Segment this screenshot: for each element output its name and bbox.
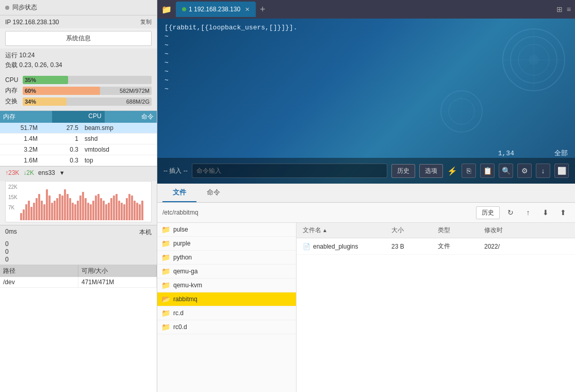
list-item[interactable]: 📁 rc0.d: [157, 320, 296, 334]
fm-path: /etc/rabbitmq: [162, 209, 472, 216]
tab-files[interactable]: 文件: [162, 184, 196, 202]
path-cell-size: 471M/471M: [78, 277, 157, 287]
fm-download-button[interactable]: ⬇: [539, 206, 552, 219]
fm-header-mtime[interactable]: 修改时: [482, 225, 571, 236]
tab-add-button[interactable]: +: [260, 4, 266, 15]
file-icon: 📄: [303, 243, 310, 250]
proc-col-mem[interactable]: 内存: [0, 111, 52, 123]
terminal-line: ~: [165, 85, 568, 93]
lightning-icon[interactable]: ⚡: [447, 166, 457, 176]
list-item[interactable]: 📁 qemu-kvm: [157, 279, 296, 292]
sync-status-dot: [5, 6, 9, 10]
terminal-statusbar: -- 插入 -- 历史 选项 ⚡ ⎘ 📋 🔍 ⚙ ↓ ⬜: [157, 158, 575, 184]
chart-bar: [72, 203, 74, 220]
fm-up-button[interactable]: ↑: [521, 206, 535, 219]
list-item[interactable]: 📂 rabbitmq: [157, 292, 296, 306]
download-icon-btn[interactable]: ↓: [536, 164, 550, 178]
fm-header-size[interactable]: 大小: [389, 225, 436, 236]
chart-bars: [6, 182, 151, 220]
search-icon-btn[interactable]: 🔍: [499, 164, 513, 178]
table-row[interactable]: 1.6M 0.3 top: [0, 155, 157, 166]
tab-close-button[interactable]: ✕: [245, 6, 250, 13]
net-download: ↓2K: [23, 169, 34, 176]
cpu-pct-text: 35%: [25, 76, 36, 84]
file-size: 23 B: [389, 242, 436, 251]
fm-history-button[interactable]: 历史: [476, 206, 500, 219]
tab-commands[interactable]: 命令: [196, 184, 231, 202]
latency-val-2: 0: [5, 248, 152, 255]
list-item[interactable]: 📁 python: [157, 251, 296, 265]
terminal-content[interactable]: [{rabbit,[{loopback_users,[]}]}]. ~ ~ ~ …: [157, 19, 575, 158]
fm-upload-button[interactable]: ⬆: [556, 206, 570, 219]
swap-row: 交换 34% 688M/2G: [5, 97, 152, 106]
list-item[interactable]: 📁 qemu-ga: [157, 265, 296, 279]
fm-folder-pane: 📁 pulse 📁 purple 📁 python 📁 qemu-ga 📁: [157, 223, 297, 392]
watermark: CSDN @小何学长: [522, 380, 568, 388]
chart-bar: [41, 201, 43, 220]
folder-name: qemu-kvm: [173, 282, 202, 289]
sysinfo-button[interactable]: 系统信息: [5, 31, 152, 46]
folder-icon[interactable]: 📁: [161, 5, 172, 14]
network-chart: 22K 15K 7K: [5, 181, 152, 222]
proc-col-cmd[interactable]: 命令: [105, 111, 157, 123]
folder-icon: 📁: [161, 253, 170, 262]
latency-val-3: 0: [5, 256, 152, 263]
path-table-header: 路径 可用/大小: [0, 265, 157, 277]
list-view-button[interactable]: ≡: [567, 5, 571, 13]
fm-header-name[interactable]: 文件名 ▲: [301, 225, 389, 236]
sort-icon: ▲: [322, 227, 327, 233]
grid-view-button[interactable]: ⊞: [556, 5, 563, 13]
copy-button[interactable]: 复制: [140, 18, 152, 26]
options-button[interactable]: 选项: [419, 164, 443, 178]
maximize-icon-btn[interactable]: ⬜: [554, 164, 569, 178]
tab-item-1[interactable]: 1 192.168.238.130 ✕: [176, 2, 256, 17]
folder-name: purple: [173, 240, 190, 247]
machine-label: 本机: [139, 228, 152, 237]
path-cell-path: /dev: [0, 277, 78, 287]
table-row[interactable]: 📄 enabled_plugins 23 B 文件 2022/: [297, 238, 575, 255]
list-item[interactable]: 📁 pulse: [157, 223, 296, 237]
paste-icon-btn[interactable]: 📋: [480, 164, 495, 178]
mem-bar-bg: 60% 582M/972M: [23, 87, 152, 95]
fm-refresh-button[interactable]: ↻: [504, 206, 517, 219]
proc-table-header: 内存 CPU 命令: [0, 111, 157, 123]
chart-bar: [95, 195, 97, 220]
tab-connection-dot: [182, 7, 186, 11]
chart-label-22k: 22K: [8, 184, 18, 190]
list-item[interactable]: 📁 rc.d: [157, 306, 296, 320]
chart-bar: [92, 201, 94, 220]
latency-val-1: 0: [5, 240, 152, 248]
chart-bar: [139, 204, 141, 220]
chart-bar: [136, 203, 138, 220]
latency-section: 0ms 本机: [0, 225, 157, 239]
proc-cell-cmd: top: [81, 155, 157, 166]
fm-table-header: 文件名 ▲ 大小 类型 修改时: [297, 223, 575, 238]
list-item[interactable]: 📁 purple: [157, 237, 296, 251]
chart-bar: [51, 203, 53, 220]
table-row[interactable]: 3.2M 0.3 vmtoolsd: [0, 144, 157, 155]
chart-bar: [126, 198, 128, 220]
proc-cell-mem: 1.4M: [0, 134, 41, 144]
ip-text: IP 192.168.238.130: [5, 19, 59, 26]
terminal-area[interactable]: [{rabbit,[{loopback_users,[]}]}]. ~ ~ ~ …: [157, 19, 575, 184]
chart-bar: [23, 209, 25, 220]
table-row[interactable]: /dev 471M/471M: [0, 277, 157, 288]
swap-detail-text: 688M/2G: [126, 97, 150, 106]
proc-cell-cpu: 1: [41, 134, 81, 144]
settings-icon-btn[interactable]: ⚙: [517, 164, 532, 178]
command-input[interactable]: [192, 164, 387, 178]
path-table: 路径 可用/大小 /dev 471M/471M: [0, 265, 157, 392]
history-button[interactable]: 历史: [391, 164, 415, 178]
net-dropdown-icon[interactable]: ▼: [59, 170, 65, 176]
fm-header-type[interactable]: 类型: [436, 225, 482, 236]
path-col-path: 路径: [0, 265, 78, 277]
table-row[interactable]: 51.7M 27.5 beam.smp: [0, 123, 157, 134]
chart-bar: [113, 195, 115, 220]
tab-icons-right: ⊞ ≡: [556, 5, 571, 13]
proc-col-cpu[interactable]: CPU: [52, 111, 104, 123]
terminal-line: ~: [165, 41, 568, 49]
ip-row: IP 192.168.238.130 复制: [0, 15, 157, 28]
table-row[interactable]: 1.4M 1 sshd: [0, 134, 157, 144]
copy-icon-btn[interactable]: ⎘: [462, 164, 476, 178]
chart-bar: [131, 195, 133, 220]
